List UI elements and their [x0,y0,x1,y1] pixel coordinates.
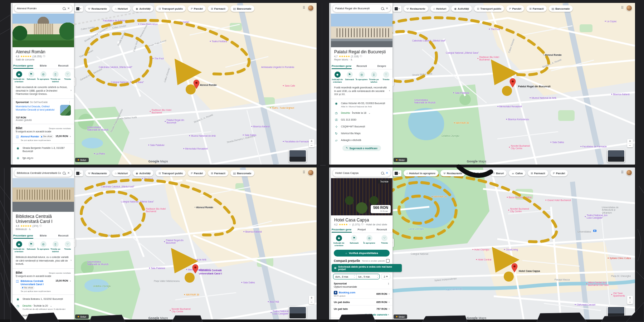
action-button[interactable]: ◆Indicații de orientare [13,71,25,83]
tab-overview[interactable]: Prezentare generală [13,232,33,239]
stepper-icon[interactable]: ⌃⌄ [377,275,378,278]
info-row[interactable]: ☏021 313 1606 [13,319,74,321]
search-icon[interactable] [63,7,65,10]
zoom-in-button[interactable]: + [311,139,313,143]
tab-reviews[interactable]: Recenzii [372,226,392,233]
category-chip[interactable]: ΨRestaurante [440,170,465,176]
see-all-rooms-link[interactable]: Vezi toate camerele › [331,312,392,318]
category-chip[interactable]: ☕Cafea [509,170,526,176]
zoom-control[interactable]: +− [309,139,314,147]
search-bar[interactable]: Hotel Casa Capșa ✕ [333,169,391,177]
search-input[interactable]: Biblioteca Centrală Universitară Car [17,171,61,175]
action-button[interactable]: ∵Trimite [377,235,392,247]
about-results-link[interactable]: Despre aceste rezultate [49,127,71,130]
info-row[interactable]: ◷Deschis · Închide la 20⌄Confirmat de al… [13,302,74,312]
action-button[interactable]: ▯Trimite pe telefon [49,71,62,83]
category-chip[interactable]: ⊟Transport public [156,170,186,176]
category-chip[interactable]: PParcări [550,170,568,176]
streetview-thumbnail[interactable] [289,306,307,319]
apps-grid-icon[interactable]: ⠿ [303,6,305,10]
tab-about[interactable]: Despre [372,63,392,69]
streetview-thumbnail[interactable] [607,306,625,319]
tab-prices[interactable]: Prețuri [352,226,372,233]
category-chip[interactable]: PParcări [188,5,206,12]
action-button[interactable]: ◎În apropiere [37,71,49,83]
tab-tickets[interactable]: Bilete [33,62,53,69]
info-row[interactable]: ◉Calea Victoriei 49-53, 010063 București… [331,100,392,110]
more-menu-icon[interactable]: ⋮ [387,282,390,285]
info-row[interactable]: ◉Strada Benjamin Franklin 1-3, 010287 Bu… [13,145,74,155]
suggest-edit-button[interactable]: ✎Sugerează o modificare [342,145,381,151]
zoom-out-button[interactable]: − [311,300,313,304]
streetview-chip[interactable]: Străzi [75,158,89,162]
minimap-toggle[interactable]: ▾ [74,170,83,176]
action-button[interactable]: ⚑Salvează [347,235,362,247]
account-avatar[interactable] [308,5,314,11]
category-chip[interactable]: ▤Bancomate [230,5,254,12]
action-button[interactable]: ◆Indicații de orientare [13,241,25,253]
action-button[interactable]: ▯Trimite pe telefon [368,72,380,83]
more-menu-icon[interactable]: ⋮ [68,101,71,104]
zoom-out-button[interactable]: − [629,300,631,304]
apps-grid-icon[interactable]: ⠿ [621,170,624,174]
check-availability-button[interactable]: ⌂Verifică disponibilitatea [334,250,390,257]
search-icon[interactable] [381,172,384,175]
info-icon[interactable]: ⓘ [360,55,362,58]
search-icon[interactable] [63,172,65,175]
info-row[interactable]: ☏021 313 3030 [331,116,392,123]
category-chip[interactable]: ⊞Farmacii [526,5,547,12]
action-button[interactable]: ∵Trimite [62,241,74,253]
account-avatar[interactable] [308,170,314,176]
streetview-chip[interactable]: Străzi [394,158,407,162]
zoom-in-button[interactable]: + [311,296,313,300]
about-results-link[interactable]: Despre aceste rezultate [49,272,71,274]
action-button[interactable]: ▯Trimite pe telefon [49,241,62,253]
zoom-control[interactable]: +− [309,296,314,304]
streetview-chip[interactable]: Străzi [394,314,407,319]
category-chip[interactable]: ΨRestaurante [85,5,110,12]
search-bar[interactable]: Palatul Regal din București ✕ [333,5,391,12]
category-chip[interactable]: ◉Activități [133,170,153,176]
tab-overview[interactable]: Prezentare generală [332,63,352,69]
price-row[interactable]: Un pat dublu 695 RON› [331,298,392,305]
clear-search-icon[interactable]: ✕ [67,171,70,175]
category-chip[interactable]: ⌂Hoteluri [112,170,131,176]
action-button[interactable]: ◆Indicații de orientare [331,235,347,247]
category-chip[interactable]: ◉Activități [133,5,153,12]
tab-tickets[interactable]: Bilete [33,232,53,239]
info-icon[interactable]: ⓘ [355,320,357,321]
minimap-toggle[interactable]: ▾ [74,6,83,12]
category-chip[interactable]: ⊟Transport public [474,5,504,12]
search-icon[interactable] [381,7,384,10]
streetview-thumbnail[interactable] [607,150,625,162]
category-chip[interactable]: ▤Bancomate [230,170,254,176]
minimap-toggle[interactable]: ▾ [393,6,401,12]
zoom-in-button[interactable]: + [629,139,631,143]
action-button[interactable]: ⚑Salvează [343,72,356,83]
review-count[interactable]: (374) [33,225,38,227]
tab-overview[interactable]: Prezentare generală [13,62,33,69]
review-count[interactable]: (1.118) [351,55,359,58]
search-input[interactable]: Palatul Regal din București [335,7,379,10]
sponsored-link[interactable]: Mormântul lui Dracula, Ordinul Monahilor… [16,105,58,116]
tab-overview[interactable]: Prezentare generală [332,226,352,233]
action-button[interactable]: ◆Indicații de orientare [331,72,343,83]
category-chip[interactable]: ◉Activități [467,170,488,176]
stepper-icon[interactable]: ⌃⌄ [354,275,355,278]
info-row[interactable]: ◷Deschis · Închide la 18⌄ [331,109,392,116]
action-button[interactable]: ∵Trimite [62,71,74,83]
minimap-toggle[interactable]: ▾ [393,170,401,176]
clear-search-icon[interactable]: ✕ [386,7,388,10]
action-button[interactable]: ◎În apropiere [356,72,368,83]
zoom-out-button[interactable]: − [629,143,631,147]
info-row[interactable]: ⊹C3QW+WT București [331,123,392,130]
checkin-field[interactable]: dum., 8 mar.⌃⌄ [333,274,356,279]
place-description[interactable]: Fostă reședință regală grandioasă, recon… [331,84,392,98]
sponsored-thumbnail[interactable] [60,105,71,116]
review-count[interactable]: (18.255) [33,55,42,58]
zoom-in-button[interactable]: + [629,296,631,300]
zoom-control[interactable]: +− [627,139,633,147]
place-description[interactable]: Bibliotecă deschisă tuturor, cu o colecț… [13,254,74,267]
info-row[interactable]: ↻Istoricul tău Maps [331,130,392,137]
info-row[interactable]: ▱Adaugă o etichetă [331,137,392,143]
